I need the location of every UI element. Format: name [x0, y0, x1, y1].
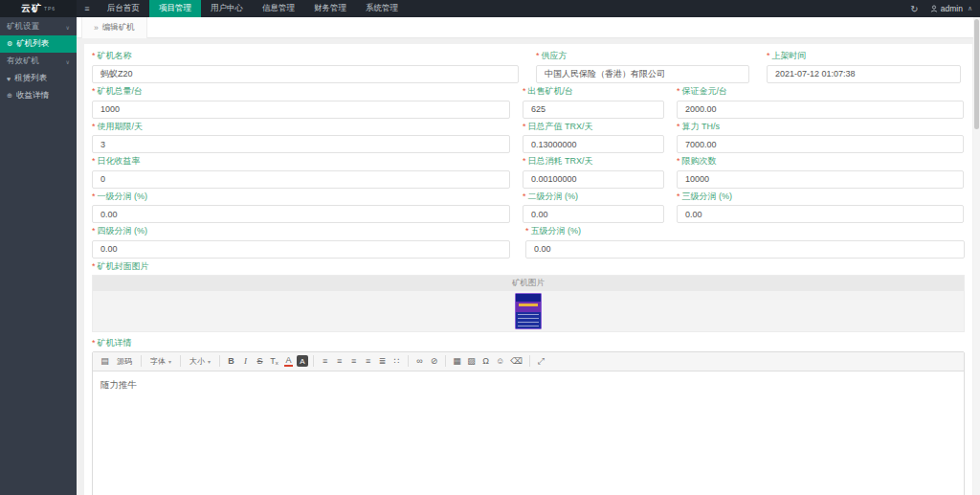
sidebar-group-有效矿机[interactable]: 有效矿机∨	[0, 53, 77, 70]
input-二级分润 (%)[interactable]	[523, 205, 664, 223]
rich-text-editor: ▤源码字体▾大小▾BISTxAA≡≡≡≡≣∷∞⊘▦▨Ω☺⌫⤢ 随力推牛	[92, 351, 965, 495]
breadcrumb-label: 编辑矿机	[102, 22, 135, 34]
required-mark: *	[523, 156, 526, 166]
source-button[interactable]: 源码	[113, 353, 136, 369]
subscript-button[interactable]: Tx	[268, 353, 280, 369]
required-mark: *	[523, 191, 526, 201]
input-出售矿机/台[interactable]	[523, 101, 664, 119]
top-menu: 后台首页项目管理用户中心信息管理财务管理系统管理	[98, 0, 408, 17]
form-field-日总消耗 TRX/天: *日总消耗 TRX/天	[523, 156, 664, 189]
special-char-button[interactable]: Ω	[479, 353, 492, 369]
input-日总消耗 TRX/天[interactable]	[523, 170, 664, 189]
text-color-button[interactable]: A	[282, 353, 295, 369]
unlink-button[interactable]: ⊘	[428, 353, 440, 369]
input-四级分润 (%)[interactable]	[92, 240, 510, 259]
strikethrough-button[interactable]: S	[254, 353, 266, 369]
field-label: *日总产值 TRX/天	[523, 122, 664, 131]
remove-format-button[interactable]: ⌫	[508, 353, 524, 369]
field-label: *供应方	[536, 51, 749, 60]
required-mark: *	[92, 51, 96, 60]
fullscreen-button[interactable]: ⤢	[535, 353, 547, 369]
toolbar-separator	[141, 355, 142, 367]
heart-icon: ♥	[7, 76, 11, 82]
form-field-四级分润 (%): *四级分润 (%)	[92, 226, 510, 259]
unordered-list-button[interactable]: ∷	[390, 353, 403, 369]
required-mark: *	[92, 338, 96, 348]
miner-cover-image[interactable]	[515, 293, 542, 329]
top-menu-item-信息管理[interactable]: 信息管理	[253, 0, 304, 17]
required-mark: *	[92, 191, 96, 201]
refresh-icon[interactable]: ↻	[899, 4, 929, 14]
form-field-使用期限/天: *使用期限/天	[92, 122, 510, 154]
align-center-button[interactable]: ≡	[333, 353, 345, 369]
form-field-限购次数: *限购次数	[677, 156, 964, 189]
input-日化收益率[interactable]	[92, 170, 510, 189]
top-menu-item-财务管理[interactable]: 财务管理	[304, 0, 356, 17]
required-mark: *	[677, 156, 680, 166]
edit-miner-form: *矿机名称*供应方*上架时间*矿机总量/台*出售矿机/台*保证金元/台*使用期限…	[84, 44, 972, 495]
input-上架时间[interactable]	[767, 65, 961, 83]
input-使用期限/天[interactable]	[92, 135, 510, 153]
align-right-button[interactable]: ≡	[347, 353, 360, 369]
link-button[interactable]: ∞	[413, 353, 426, 369]
cover-section-label: *矿机封面图片	[92, 261, 965, 271]
emoji-button[interactable]: ☺	[494, 353, 506, 369]
sidebar-item-收益详情[interactable]: ⊕收益详情	[0, 87, 77, 104]
top-menu-item-项目管理[interactable]: 项目管理	[149, 0, 201, 17]
bold-button[interactable]: B	[225, 353, 237, 369]
input-日总产值 TRX/天[interactable]	[523, 135, 664, 153]
ordered-list-button[interactable]: ≣	[376, 353, 389, 369]
align-left-button[interactable]: ≡	[319, 353, 331, 369]
required-mark: *	[677, 191, 680, 201]
field-label: *限购次数	[677, 156, 964, 166]
cover-upload-area[interactable]: 矿机图片	[92, 275, 965, 332]
editor-content[interactable]: 随力推牛	[93, 371, 964, 495]
italic-button[interactable]: I	[239, 353, 252, 369]
form-field-出售矿机/台: *出售矿机/台	[523, 86, 664, 119]
sidebar-group-矿机设置[interactable]: 矿机设置∨	[0, 18, 77, 35]
input-供应方[interactable]	[536, 65, 749, 83]
input-算力 TH/s[interactable]	[677, 135, 964, 153]
topbar-right: ↻ admin ∧	[899, 0, 980, 17]
document-icon[interactable]: ▤	[99, 353, 111, 369]
font-size-select[interactable]: 大小▾	[186, 353, 214, 369]
sidebar-item-租赁列表[interactable]: ♥租赁列表	[0, 70, 77, 87]
input-保证金元/台[interactable]	[677, 101, 964, 119]
form-field-保证金元/台: *保证金元/台	[677, 86, 964, 119]
breadcrumb: » 编辑矿机	[81, 17, 147, 38]
form-field-日化收益率: *日化收益率	[92, 156, 510, 189]
image-button[interactable]: ▨	[465, 353, 478, 369]
bg-color-button[interactable]: A	[297, 355, 308, 367]
input-一级分润 (%)[interactable]	[92, 205, 510, 223]
sidebar-nav: 矿机设置∨⚙矿机列表有效矿机∨♥租赁列表⊕收益详情	[0, 17, 77, 104]
app-logo-version: TP6	[44, 6, 56, 11]
form-row: *日化收益率*日总消耗 TRX/天*限购次数	[92, 156, 965, 189]
hamburger-icon[interactable]: ≡	[77, 0, 98, 17]
input-限购次数[interactable]	[677, 170, 964, 189]
font-family-select[interactable]: 字体▾	[146, 353, 175, 369]
required-mark: *	[523, 86, 526, 96]
field-label: *矿机名称	[92, 51, 519, 60]
align-justify-button[interactable]: ≡	[362, 353, 374, 369]
input-矿机名称[interactable]	[92, 65, 519, 83]
field-label: *出售矿机/台	[523, 86, 664, 96]
scrollbar-thumb[interactable]	[974, 19, 979, 129]
form-field-二级分润 (%): *二级分润 (%)	[523, 191, 664, 224]
input-矿机总量/台[interactable]	[92, 101, 510, 119]
table-button[interactable]: ▦	[451, 353, 463, 369]
form-field-供应方: *供应方	[536, 51, 749, 83]
required-mark: *	[523, 122, 526, 131]
input-五级分润 (%)[interactable]	[525, 240, 965, 259]
top-bar: 云矿TP6 ≡ 后台首页项目管理用户中心信息管理财务管理系统管理 ↻ admin…	[0, 0, 980, 17]
required-mark: *	[92, 261, 96, 271]
toolbar-separator	[313, 355, 314, 367]
app-logo-text: 云矿	[21, 2, 42, 15]
toolbar-separator	[180, 355, 181, 367]
top-menu-item-用户中心[interactable]: 用户中心	[201, 0, 253, 17]
top-menu-item-系统管理[interactable]: 系统管理	[356, 0, 408, 17]
input-三级分润 (%)[interactable]	[677, 205, 964, 223]
user-menu[interactable]: admin ∧	[930, 4, 972, 13]
sidebar-item-矿机列表[interactable]: ⚙矿机列表	[0, 35, 77, 53]
field-label: *日化收益率	[92, 156, 510, 166]
top-menu-item-后台首页[interactable]: 后台首页	[98, 0, 149, 17]
